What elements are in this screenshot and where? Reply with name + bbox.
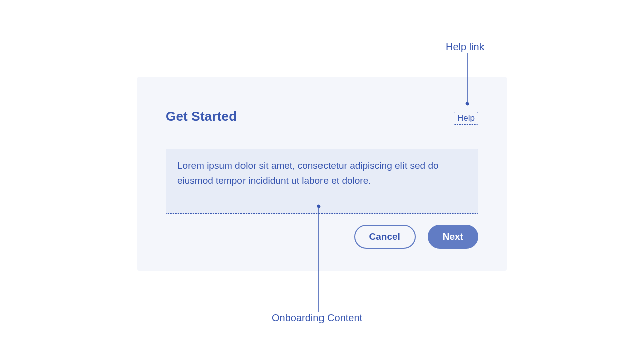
onboarding-panel: Get Started Help Lorem ipsum dolor sit a… xyxy=(137,77,507,271)
annotation-onboarding-content-label: Onboarding Content xyxy=(272,312,362,324)
panel-header: Get Started Help xyxy=(166,109,478,125)
panel-footer: Cancel Next xyxy=(166,225,478,249)
help-link[interactable]: Help xyxy=(454,112,478,125)
annotation-help-link-leader xyxy=(466,53,468,106)
next-button[interactable]: Next xyxy=(428,225,478,249)
annotation-help-link-label: Help link xyxy=(446,41,485,53)
annotation-onboarding-content-leader xyxy=(318,205,320,312)
panel-title: Get Started xyxy=(166,109,237,124)
onboarding-content-box: Lorem ipsum dolor sit amet, consectetur … xyxy=(166,149,478,214)
svg-point-1 xyxy=(466,102,469,105)
svg-point-2 xyxy=(317,205,320,208)
header-divider xyxy=(166,133,478,133)
onboarding-body-text: Lorem ipsum dolor sit amet, consectetur … xyxy=(177,160,439,186)
cancel-button[interactable]: Cancel xyxy=(354,225,416,249)
